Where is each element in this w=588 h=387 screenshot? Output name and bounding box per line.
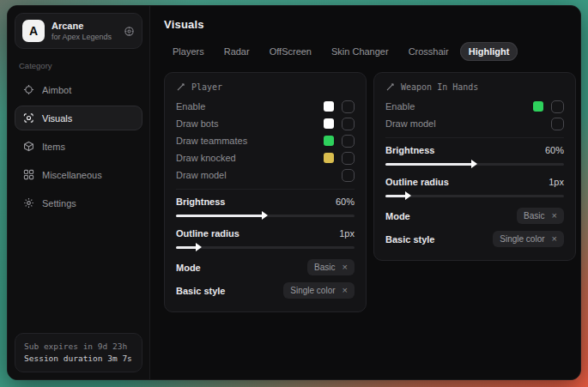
select-label: Basic style <box>385 234 434 245</box>
tab-players[interactable]: Players <box>164 42 213 61</box>
checkbox[interactable] <box>342 169 355 182</box>
brightness-slider[interactable] <box>385 163 564 166</box>
sidebar-item-miscellaneous[interactable]: Miscellaneous <box>15 162 142 187</box>
panel-title: Weapon In Hands <box>401 82 478 92</box>
app-header-card: A Arcane for Apex Legends <box>15 13 142 49</box>
panels-container: Player Enable Draw bots <box>164 72 576 312</box>
sidebar-item-label: Miscellaneous <box>42 170 102 180</box>
toggle-row-draw-model: Draw model <box>385 115 564 132</box>
panel-player: Player Enable Draw bots <box>164 72 367 312</box>
slider-row-outline-radius: Outline radius 1px <box>176 225 355 242</box>
sidebar-item-settings[interactable]: Settings <box>15 190 142 215</box>
tab-radar[interactable]: Radar <box>215 42 258 61</box>
close-icon[interactable]: × <box>342 286 348 295</box>
slider-fill <box>385 195 409 197</box>
sidebar-item-aimbot[interactable]: Aimbot <box>15 77 142 102</box>
app-subtitle: for Apex Legends <box>52 33 117 41</box>
color-swatch[interactable] <box>324 101 334 112</box>
slider-row-brightness: Brightness 60% <box>176 193 355 210</box>
tab-bar: Players Radar OffScreen Skin Changer Cro… <box>164 42 576 61</box>
slider-label: Brightness <box>385 145 434 155</box>
slider-label: Brightness <box>176 197 225 207</box>
sidebar-nav: Aimbot Visuals Items <box>15 77 142 215</box>
app-title: Arcane <box>52 21 117 31</box>
color-swatch[interactable] <box>324 118 334 129</box>
visuals-icon <box>23 112 34 124</box>
slider-value: 60% <box>336 197 355 207</box>
row-label: Draw model <box>385 118 436 129</box>
slider-thumb[interactable] <box>471 160 477 168</box>
sidebar-item-label: Items <box>42 142 65 152</box>
sub-expiry-text: Sub expires in 9d 23h <box>24 341 133 353</box>
tab-highlight[interactable]: Highlight <box>460 42 518 61</box>
main-content: Visuals Players Radar OffScreen Skin Cha… <box>150 6 580 379</box>
close-icon[interactable]: × <box>552 211 557 221</box>
brightness-slider[interactable] <box>176 215 355 217</box>
slider-fill <box>176 215 265 217</box>
mode-tag[interactable]: Basic × <box>517 208 564 224</box>
slider-value: 60% <box>545 145 564 155</box>
sidebar: A Arcane for Apex Legends Category Aimbo… <box>8 6 150 379</box>
toggle-row-draw-knocked: Draw knocked <box>176 149 355 166</box>
slider-row-brightness: Brightness 60% <box>385 142 564 159</box>
row-label: Draw knocked <box>176 153 236 163</box>
basic-style-tag[interactable]: Single color × <box>493 231 564 247</box>
toggle-row-draw-teammates: Draw teammates <box>176 132 355 149</box>
sidebar-item-label: Aimbot <box>42 85 71 95</box>
section-divider <box>176 189 355 190</box>
section-divider <box>385 137 564 138</box>
select-label: Mode <box>176 263 201 273</box>
outline-radius-slider[interactable] <box>385 195 564 197</box>
slider-thumb[interactable] <box>262 211 268 220</box>
close-icon[interactable]: × <box>342 263 348 272</box>
row-label: Draw model <box>176 170 227 180</box>
select-row-mode: Mode Basic × <box>176 257 355 278</box>
color-swatch[interactable] <box>324 136 334 146</box>
select-row-basic-style: Basic style Single color × <box>176 280 355 301</box>
panel-title: Player <box>191 82 222 92</box>
row-label: Draw teammates <box>176 136 247 146</box>
close-icon[interactable]: × <box>552 234 557 244</box>
panel-weapon-in-hands: Weapon In Hands Enable Draw model Bright… <box>373 72 576 261</box>
tab-skin-changer[interactable]: Skin Changer <box>323 42 397 61</box>
session-duration-text: Session duration 3m 7s <box>24 353 133 365</box>
aimbot-icon <box>23 84 34 95</box>
row-label: Enable <box>176 101 205 112</box>
toggle-row-draw-model: Draw model <box>176 166 355 184</box>
tag-label: Single color <box>500 234 544 244</box>
basic-style-tag[interactable]: Single color × <box>283 282 355 299</box>
mode-tag[interactable]: Basic × <box>307 259 355 275</box>
sidebar-item-items[interactable]: Items <box>15 134 142 159</box>
slider-fill <box>385 163 475 166</box>
select-label: Basic style <box>176 286 225 296</box>
outline-radius-slider[interactable] <box>176 246 355 249</box>
color-swatch[interactable] <box>324 153 334 163</box>
slider-row-outline-radius: Outline radius 1px <box>385 173 564 190</box>
app-window: A Arcane for Apex Legends Category Aimbo… <box>7 5 581 380</box>
checkbox[interactable] <box>342 152 355 165</box>
checkbox[interactable] <box>551 118 564 130</box>
color-swatch[interactable] <box>533 101 543 112</box>
slider-value: 1px <box>339 228 355 239</box>
slider-fill <box>176 246 199 249</box>
checkbox[interactable] <box>342 100 355 113</box>
sidebar-item-visuals[interactable]: Visuals <box>15 106 142 130</box>
items-icon <box>23 141 34 152</box>
tag-label: Basic <box>524 211 544 221</box>
select-row-basic-style: Basic style Single color × <box>385 228 564 250</box>
miscellaneous-icon <box>23 169 34 180</box>
status-badge-icon[interactable] <box>124 26 135 37</box>
settings-gear-icon <box>23 197 34 209</box>
slider-thumb[interactable] <box>405 191 411 200</box>
checkbox[interactable] <box>342 118 355 130</box>
tab-crosshair[interactable]: Crosshair <box>400 42 458 61</box>
checkbox[interactable] <box>551 100 564 113</box>
tag-label: Single color <box>290 286 335 295</box>
checkbox[interactable] <box>342 135 355 148</box>
toggle-row-draw-bots: Draw bots <box>176 115 355 132</box>
toggle-row-enable: Enable <box>176 98 355 115</box>
select-label: Mode <box>385 211 410 221</box>
tab-offscreen[interactable]: OffScreen <box>261 42 320 61</box>
wand-icon <box>176 82 185 92</box>
slider-thumb[interactable] <box>196 243 202 251</box>
